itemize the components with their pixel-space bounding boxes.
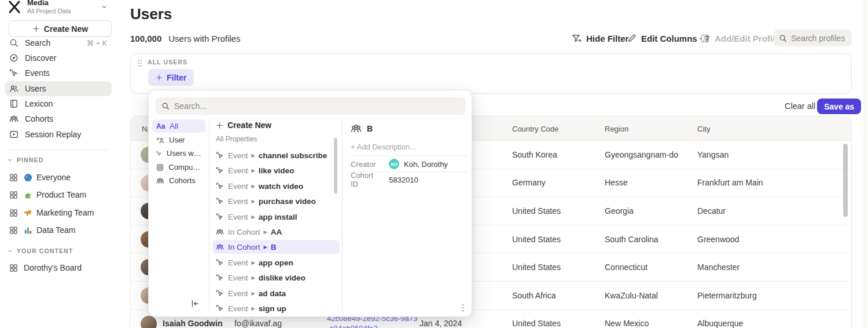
sidebar-item-product-team[interactable]: Product Team <box>5 187 112 203</box>
sidebar-item-data-team[interactable]: Data Team <box>5 222 112 238</box>
sidebar-item-events[interactable]: Events <box>5 65 112 81</box>
profile-count-label: Users with Profiles <box>168 34 240 43</box>
creator-label: Creator <box>351 160 381 169</box>
dropdown-create-new[interactable]: Create New <box>212 118 340 132</box>
chevron-down-icon <box>7 248 13 254</box>
sidebar-item-everyone[interactable]: Everyone <box>5 169 112 185</box>
your-content-section-header[interactable]: YOUR CONTENT <box>7 247 73 255</box>
sidebar-item-search[interactable]: Search ⌘ + K <box>5 35 112 50</box>
cell-city: Decatur <box>697 197 726 225</box>
property-event-watch-video[interactable]: Event▶watch video <box>212 179 340 193</box>
add-description-link[interactable]: + Add Description... <box>351 143 416 151</box>
cell-city: Pietermaritzburg <box>697 282 757 309</box>
column-header-country-code[interactable]: Country Code <box>512 116 558 141</box>
cell-city: Frankfurt am Main <box>697 169 763 197</box>
sidebar-item-marketing-team[interactable]: Marketing Team <box>5 205 112 221</box>
category-user[interactable]: User <box>152 133 205 147</box>
cohort-id-row: Cohort ID 5832010 <box>351 173 466 186</box>
kebab-menu-icon[interactable]: ⋮ <box>459 303 468 313</box>
globe-icon <box>24 173 32 182</box>
cell-country-code: South Africa <box>512 282 556 309</box>
cohort-icon <box>351 123 362 134</box>
event-cursor-icon <box>216 304 224 312</box>
sidebar-item-cohorts[interactable]: Cohorts <box>5 111 112 126</box>
category-cohorts[interactable]: Cohorts <box>152 174 205 187</box>
collapse-panel-icon[interactable] <box>190 299 200 308</box>
project-switcher[interactable]: Media All Project Data <box>6 0 112 19</box>
dropdown-divider-2 <box>342 119 343 311</box>
profile-count-number: 100,000 <box>130 34 161 43</box>
cell-region: New Mexico <box>605 310 649 328</box>
category-all[interactable]: Aa All <box>152 119 205 133</box>
dropdown-section-label: All Properties <box>212 132 340 146</box>
cohort-icon <box>216 228 224 236</box>
caret-icon: ▶ <box>252 184 255 189</box>
add-filter-button[interactable]: Filter <box>148 69 194 86</box>
clear-all-button[interactable]: Clear all <box>785 101 815 111</box>
event-cursor-icon <box>9 68 19 78</box>
save-as-button[interactable]: Save as <box>817 99 861 114</box>
create-new-button[interactable]: Create New <box>9 20 112 37</box>
dropdown-list-scrollbar[interactable] <box>334 138 337 194</box>
property-cohort-aa[interactable]: In Cohort▶AA <box>212 225 340 239</box>
board-grid-icon <box>9 226 18 235</box>
property-event-like-video[interactable]: Event▶like video <box>212 163 340 177</box>
sidebar-item-discover[interactable]: Discover <box>5 50 112 65</box>
category-computed[interactable]: Computed <box>152 161 205 174</box>
caret-icon: ▶ <box>252 153 255 158</box>
property-event-dislike-video[interactable]: Event▶dislike video <box>212 271 340 285</box>
search-profiles-input[interactable] <box>791 34 846 43</box>
property-event-channel-subscribe[interactable]: Event▶channel subscribe <box>212 148 340 162</box>
filter-panel: ALL USERS Filter <box>130 53 852 94</box>
sidebar-item-lexicon[interactable]: Lexicon <box>5 96 112 111</box>
computed-table-icon <box>156 163 164 172</box>
dropdown-search-box[interactable] <box>156 97 466 115</box>
caret-icon: ▶ <box>252 168 255 173</box>
search-profiles-box[interactable] <box>774 30 852 46</box>
event-cursor-icon <box>216 213 224 221</box>
cell-country-code: South Korea <box>512 141 557 169</box>
event-cursor-icon <box>216 274 224 282</box>
plus-icon <box>32 25 40 32</box>
property-event-sign-up[interactable]: Event▶sign up <box>212 301 340 315</box>
dropdown-search-input[interactable] <box>174 101 440 111</box>
cohort-id-value: 5832010 <box>389 176 418 184</box>
cohort-preview-title: B <box>351 123 373 134</box>
search-shortcut: ⌘ + K <box>87 39 107 48</box>
search-icon <box>779 34 787 42</box>
cell-region: South Carolina <box>605 225 659 253</box>
cohort-icon <box>216 243 224 251</box>
window-scrollbar-track[interactable] <box>864 0 868 328</box>
caret-icon: ▶ <box>252 214 255 220</box>
creator-name: Koh, Dorothy <box>404 160 448 169</box>
caret-icon: ▶ <box>264 245 267 250</box>
cell-region: Georgia <box>605 197 634 225</box>
sidebar-item-session-replay[interactable]: Session Replay <box>5 127 112 142</box>
event-cursor-icon <box>216 197 224 205</box>
add-edit-profile-button[interactable]: Add/Edit Profile <box>700 30 780 46</box>
property-event-app-install[interactable]: Event▶app install <box>212 210 340 224</box>
property-event-purchase-video[interactable]: Event▶purchase video <box>212 194 340 208</box>
search-icon <box>161 102 170 110</box>
property-event-app-open[interactable]: Event▶app open <box>212 256 340 269</box>
caret-icon: ▶ <box>252 275 255 280</box>
sidebar-item-dorothys-board[interactable]: Dorothy's Board <box>5 260 112 276</box>
table-scrollbar[interactable] <box>843 144 848 217</box>
column-header-region[interactable]: Region <box>605 116 628 141</box>
book-icon <box>9 99 19 108</box>
sidebar-item-users[interactable]: Users <box>5 81 112 96</box>
search-icon <box>9 38 19 48</box>
property-event-ad-data[interactable]: Event▶ad data <box>212 286 340 300</box>
column-header-city[interactable]: City <box>697 116 710 141</box>
property-cohort-b[interactable]: In Cohort▶B <box>212 240 340 254</box>
hide-filter-button[interactable]: Hide Filter <box>572 30 628 46</box>
edit-columns-button[interactable]: Edit Columns · 7 <box>627 30 709 46</box>
app-root: Media All Project Data Create New Search… <box>0 0 868 328</box>
category-users-who-did[interactable]: Users who di... <box>152 147 205 160</box>
pinned-section-header[interactable]: PINNED <box>7 156 43 164</box>
cell-region: Gyeongsangnam-do <box>605 141 678 169</box>
creator-avatar: KD <box>389 159 399 169</box>
megaphone-icon <box>24 209 32 217</box>
caret-icon: ▶ <box>252 306 255 311</box>
drag-handle-icon[interactable] <box>137 59 142 67</box>
